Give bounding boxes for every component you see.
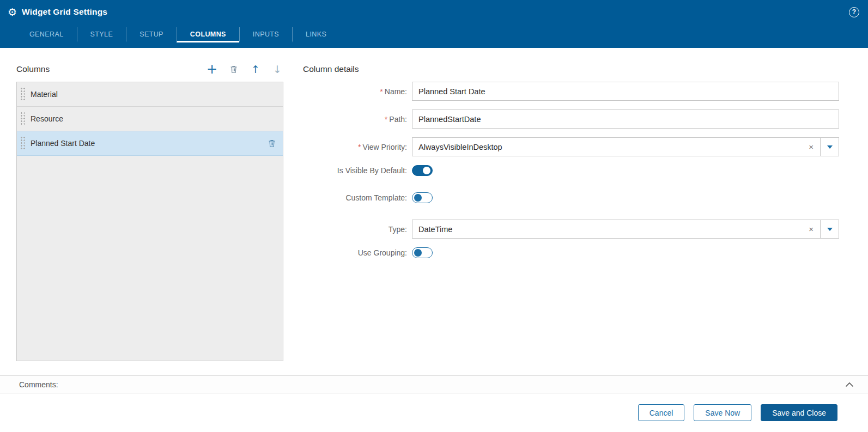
delete-column-button[interactable] (228, 63, 240, 75)
comments-label: Comments: (19, 380, 58, 389)
type-combobox: × (412, 220, 839, 239)
required-marker: * (358, 143, 361, 151)
use-grouping-toggle[interactable] (412, 247, 433, 258)
required-marker: * (385, 115, 387, 124)
path-field[interactable] (412, 109, 839, 129)
columns-panel-title: Columns (16, 64, 50, 74)
footer-actions: Cancel Save Now Save and Close (0, 393, 868, 432)
comments-bar: Comments: (0, 375, 868, 393)
save-now-button[interactable]: Save Now (694, 404, 751, 421)
field-row-type: Type: × (303, 220, 839, 239)
clear-icon[interactable]: × (802, 220, 820, 238)
tab-inputs[interactable]: INPUTS (239, 27, 292, 42)
name-label: *Name: (303, 87, 412, 96)
move-up-button[interactable]: ↑ (250, 63, 262, 75)
title-bar: ⚙ Widget Grid Settings ? (0, 0, 868, 24)
row-delete-button[interactable] (268, 139, 276, 148)
tab-links[interactable]: LINKS (292, 27, 339, 42)
columns-panel-header: Columns + ↑ ↓ (16, 61, 283, 77)
columns-list: Material Resource Planned Start Date (16, 82, 283, 361)
tab-style[interactable]: STYLE (77, 27, 126, 42)
custom-template-toggle[interactable] (412, 192, 433, 203)
collapse-comments-button[interactable] (845, 382, 854, 387)
view-priority-field[interactable] (412, 138, 802, 156)
add-column-button[interactable]: + (206, 63, 218, 75)
tab-setup[interactable]: SETUP (126, 27, 177, 42)
trash-icon (268, 139, 276, 148)
field-row-custom-template: Custom Template: (303, 192, 839, 203)
tab-bar: GENERAL STYLE SETUP COLUMNS INPUTS LINKS (0, 24, 868, 48)
toggle-knob (414, 194, 422, 202)
field-row-use-grouping: Use Grouping: (303, 247, 839, 258)
list-item-label: Planned Start Date (31, 139, 95, 148)
name-field[interactable] (412, 82, 839, 101)
cancel-button[interactable]: Cancel (638, 404, 685, 421)
use-grouping-label: Use Grouping: (303, 248, 412, 257)
list-item-planned-start-date[interactable]: Planned Start Date (17, 131, 283, 156)
move-down-button[interactable]: ↓ (271, 63, 283, 75)
is-visible-by-default-toggle[interactable] (412, 165, 433, 176)
view-priority-label: *View Priority: (303, 143, 412, 151)
custom-template-label: Custom Template: (303, 193, 412, 202)
list-item-label: Resource (31, 114, 63, 123)
drag-handle-icon[interactable] (20, 87, 25, 101)
list-item-resource[interactable]: Resource (17, 107, 283, 131)
clear-icon[interactable]: × (802, 138, 820, 156)
column-details-title: Column details (303, 61, 839, 77)
columns-panel: Columns + ↑ ↓ Material Resource (16, 61, 283, 375)
toggle-knob (423, 167, 430, 174)
drag-handle-icon[interactable] (20, 136, 25, 150)
help-icon[interactable]: ? (849, 7, 859, 17)
type-dropdown-button[interactable] (821, 220, 839, 239)
page-title: Widget Grid Settings (22, 7, 107, 17)
toggle-knob (414, 249, 422, 257)
chevron-down-icon (827, 228, 833, 231)
view-priority-value-box: × (412, 137, 821, 156)
tab-columns[interactable]: COLUMNS (177, 27, 239, 42)
type-value-box: × (412, 220, 821, 239)
is-visible-by-default-label: Is Visible By Default: (303, 166, 412, 175)
list-item-label: Material (31, 90, 58, 99)
chevron-up-icon (845, 382, 854, 387)
list-item-material[interactable]: Material (17, 82, 283, 107)
type-label: Type: (303, 225, 412, 234)
field-row-is-visible-by-default: Is Visible By Default: (303, 165, 839, 176)
type-field[interactable] (412, 220, 802, 238)
columns-toolbar: + ↑ ↓ (206, 63, 283, 75)
tab-general[interactable]: GENERAL (16, 27, 77, 42)
field-row-name: *Name: (303, 82, 839, 101)
view-priority-dropdown-button[interactable] (821, 137, 839, 156)
field-row-path: *Path: (303, 109, 839, 129)
drag-handle-icon[interactable] (20, 112, 25, 126)
path-label: *Path: (303, 115, 412, 124)
trash-icon (229, 65, 238, 74)
column-details-panel: Column details *Name: *Path: *View Prior… (303, 61, 839, 375)
field-row-view-priority: *View Priority: × (303, 137, 839, 156)
gear-icon: ⚙ (8, 7, 17, 17)
required-marker: * (380, 87, 383, 96)
save-and-close-button[interactable]: Save and Close (761, 404, 837, 421)
main-content: Columns + ↑ ↓ Material Resource (0, 48, 868, 375)
view-priority-combobox: × (412, 137, 839, 156)
chevron-down-icon (827, 145, 833, 149)
